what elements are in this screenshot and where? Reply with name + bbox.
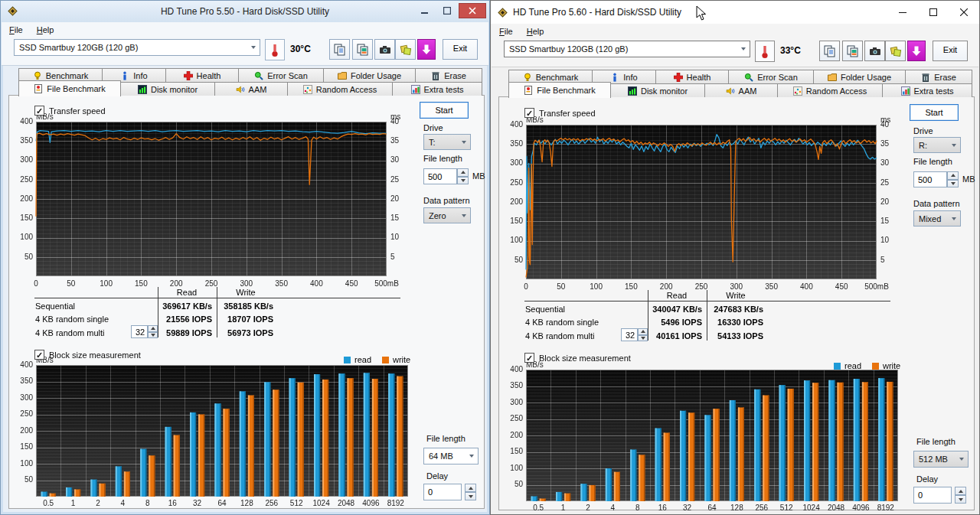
random-single-read-value: 21556 IOPS — [99, 315, 212, 324]
spin-down-button[interactable] — [457, 177, 469, 185]
spin-down-button[interactable] — [947, 180, 959, 188]
transfer-speed-checkbox[interactable]: ✓ Transfer speed — [34, 106, 106, 116]
spin-down-button[interactable] — [638, 335, 648, 342]
tab-extra-tests[interactable]: Extra tests — [392, 82, 482, 96]
tab-file-benchmark[interactable]: File Benchmark — [508, 82, 611, 98]
mouse-cursor — [696, 5, 707, 24]
block-size-checkbox[interactable]: ✓ Block size measurement — [34, 350, 141, 360]
spin-up-button[interactable] — [457, 168, 469, 177]
random-single-read-value: 5496 IOPS — [589, 318, 702, 327]
window-hdtune-560: HD Tune Pro 5.60 - Hard Disk/SSD Utility… — [490, 0, 980, 515]
minimize-button[interactable] — [887, 1, 918, 24]
drive-select[interactable]: R: — [913, 137, 961, 153]
window-title: HD Tune Pro 5.50 - Hard Disk/SSD Utility — [161, 6, 329, 17]
read-legend-swatch — [834, 363, 841, 370]
triangle-up-icon — [951, 174, 956, 177]
spin-up-button[interactable] — [465, 484, 476, 492]
tab-error-scan[interactable]: Error Scan — [238, 68, 324, 82]
benchmark-icon — [33, 71, 42, 80]
queue-depth-input[interactable]: 32 — [131, 325, 148, 338]
start-button[interactable]: Start — [910, 104, 959, 121]
file-benchmark-icon — [524, 86, 533, 95]
tab-aam[interactable]: AAM — [214, 82, 288, 96]
menu-help[interactable]: Help — [37, 25, 54, 34]
spin-down-button[interactable] — [148, 332, 158, 339]
menu-file[interactable]: File — [499, 27, 513, 36]
tab-random-access[interactable]: Random Access — [777, 83, 883, 97]
triangle-up-icon — [641, 330, 645, 333]
window-title: HD Tune Pro 5.60 - Hard Disk/SSD Utility — [513, 7, 681, 18]
tab-extra-tests[interactable]: Extra tests — [882, 83, 972, 97]
delay-input[interactable]: 0 — [423, 484, 462, 500]
file-length-input[interactable]: 500 — [913, 171, 947, 187]
checkbox-check-icon: ✓ — [34, 106, 44, 116]
file-length-unit: MB — [962, 174, 975, 184]
copy-text-button[interactable] — [329, 39, 350, 60]
tab-health[interactable]: Health — [165, 68, 239, 82]
random-multi-write-value: 56973 IOPS — [215, 328, 273, 337]
device-select[interactable]: SSD Smartbuy 120GB (120 gB) — [504, 41, 750, 57]
tab-random-access[interactable]: Random Access — [287, 82, 393, 96]
title-bar[interactable]: HD Tune Pro 5.60 - Hard Disk/SSD Utility — [491, 1, 979, 24]
screenshot-button[interactable] — [374, 39, 395, 60]
tab-aam[interactable]: AAM — [704, 83, 778, 97]
drive-label: Drive — [423, 123, 443, 132]
tab-folder-usage[interactable]: Folder Usage — [323, 68, 416, 82]
chevron-down-icon — [959, 458, 964, 461]
write-column-header: Write — [709, 291, 763, 300]
tab-disk-monitor[interactable]: Disk monitor — [610, 83, 705, 97]
spin-up-button[interactable] — [947, 171, 959, 180]
chevron-down-icon — [251, 46, 256, 49]
delay-stepper — [465, 484, 476, 500]
copy-image-button[interactable] — [352, 39, 373, 60]
device-select[interactable]: SSD Smartbuy 120GB (120 gB) — [14, 39, 260, 56]
save-results-button[interactable] — [885, 41, 906, 61]
minimize-button[interactable] — [414, 3, 435, 18]
temperature-value: 30°C — [290, 44, 311, 54]
tab-error-scan[interactable]: Error Scan — [728, 70, 814, 83]
menu-file[interactable]: File — [9, 25, 23, 34]
block-size-checkbox[interactable]: ✓ Block size measurement — [524, 353, 631, 363]
block-file-length-select[interactable]: 64 MB — [423, 448, 479, 464]
transfer-speed-checkbox[interactable]: ✓ Transfer speed — [524, 108, 596, 118]
spin-up-button[interactable] — [148, 325, 158, 332]
copy-text-button[interactable] — [819, 41, 840, 61]
tab-disk-monitor[interactable]: Disk monitor — [120, 82, 215, 96]
write-column-header: Write — [219, 288, 273, 297]
maximize-button[interactable] — [918, 1, 949, 24]
spin-down-button[interactable] — [465, 492, 476, 500]
legend-read: read — [834, 361, 861, 370]
spin-up-button[interactable] — [955, 487, 966, 495]
screenshot-button[interactable] — [864, 41, 885, 61]
exit-button[interactable]: Exit — [933, 41, 968, 61]
update-button[interactable] — [417, 39, 436, 60]
queue-depth-input[interactable]: 32 — [621, 328, 638, 341]
file-length-input[interactable]: 500 — [423, 168, 457, 184]
data-pattern-select[interactable]: Mixed — [913, 210, 961, 227]
maximize-button[interactable] — [436, 3, 457, 18]
spin-up-button[interactable] — [638, 328, 648, 335]
start-button[interactable]: Start — [420, 102, 469, 119]
close-button[interactable] — [949, 1, 979, 24]
sequential-read-value: 340047 KB/s — [589, 305, 702, 314]
title-bar[interactable]: HD Tune Pro 5.50 - Hard Disk/SSD Utility — [1, 1, 489, 22]
triangle-up-icon — [151, 327, 155, 330]
copy-image-button[interactable] — [842, 41, 863, 61]
close-button[interactable] — [459, 3, 486, 18]
tab-file-benchmark[interactable]: File Benchmark — [18, 80, 121, 96]
drive-select[interactable]: T: — [423, 134, 471, 150]
save-results-button[interactable] — [395, 39, 416, 60]
delay-input[interactable]: 0 — [913, 487, 952, 504]
tab-folder-usage[interactable]: Folder Usage — [813, 70, 906, 83]
exit-button[interactable]: Exit — [443, 39, 478, 60]
block-file-length-select[interactable]: 512 MB — [913, 451, 969, 468]
menu-help[interactable]: Help — [527, 27, 544, 36]
update-button[interactable] — [907, 41, 926, 61]
data-pattern-select[interactable]: Zero — [423, 207, 471, 223]
tab-erase[interactable]: Erase — [905, 70, 972, 83]
tab-health[interactable]: Health — [655, 70, 729, 83]
spin-down-button[interactable] — [955, 495, 966, 504]
menu-bar: File Help — [2, 22, 488, 37]
extra-tests-icon — [411, 85, 420, 94]
tab-erase[interactable]: Erase — [415, 68, 482, 82]
